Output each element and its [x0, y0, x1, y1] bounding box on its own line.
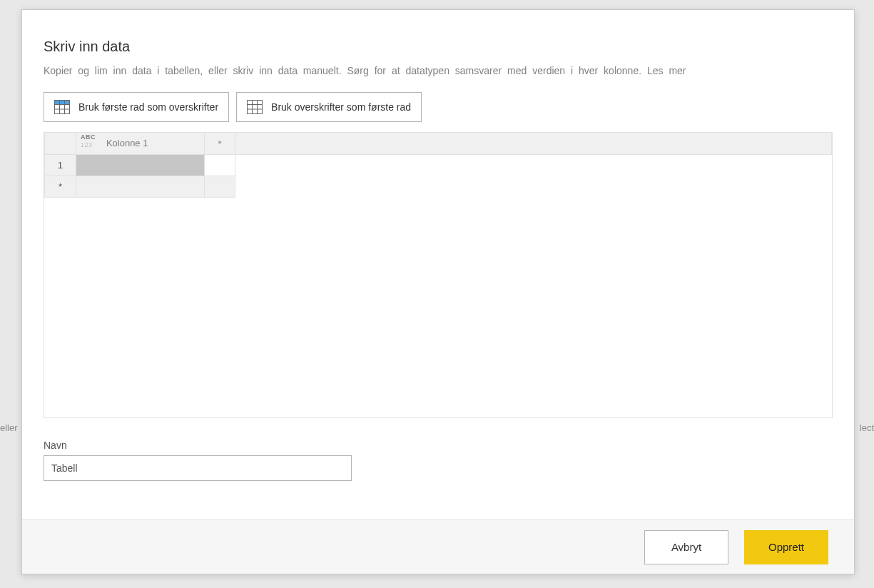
add-row-marker[interactable]: * — [45, 176, 76, 198]
add-column-button[interactable]: * — [204, 133, 235, 155]
table-icon — [247, 100, 263, 114]
type-abc-label: ABC — [81, 133, 96, 141]
name-label: Navn — [44, 440, 833, 451]
table-name-input[interactable] — [44, 455, 352, 481]
button-label: Bruk overskrifter som første rad — [271, 101, 411, 113]
svg-rect-1 — [55, 101, 70, 105]
description-text: Kopier og lim inn data i tabellen, eller… — [44, 65, 647, 76]
dialog-description: Kopier og lim inn data i tabellen, eller… — [44, 65, 833, 76]
name-section: Navn — [44, 440, 833, 481]
learn-more-link[interactable]: Les mer — [647, 65, 686, 76]
backdrop-fragment-left: eller — [0, 422, 18, 433]
data-cell[interactable] — [76, 155, 204, 176]
enter-data-dialog: Skriv inn data Kopier og lim inn data i … — [21, 9, 855, 574]
dialog-title: Skriv inn data — [44, 39, 833, 55]
create-button[interactable]: Opprett — [744, 530, 828, 564]
row-filler — [235, 155, 832, 176]
table-row: 1 — [45, 155, 832, 176]
header-filler — [235, 133, 832, 155]
add-row-cell[interactable] — [204, 176, 235, 198]
add-row-cell[interactable] — [76, 176, 204, 198]
dialog-footer: Avbryt Opprett — [22, 519, 854, 574]
svg-rect-5 — [248, 101, 263, 114]
use-first-row-as-headers-button[interactable]: Bruk første rad som overskrifter — [44, 92, 229, 122]
cancel-button[interactable]: Avbryt — [644, 530, 728, 564]
table-header-top-icon — [54, 100, 70, 114]
corner-cell — [45, 133, 76, 155]
data-cell-empty[interactable] — [204, 155, 235, 176]
column-header-1[interactable]: ABC 123 Kolonne 1 — [76, 133, 204, 155]
type-123-label: 123 — [81, 141, 93, 148]
row-filler — [235, 176, 832, 198]
row-number[interactable]: 1 — [45, 155, 76, 176]
column-name: Kolonne 1 — [106, 133, 148, 154]
add-row[interactable]: * — [45, 176, 832, 198]
data-grid[interactable]: ABC 123 Kolonne 1 * 1 * — [44, 132, 833, 418]
backdrop-fragment-right: lect — [860, 422, 874, 433]
button-label: Bruk første rad som overskrifter — [78, 101, 218, 113]
use-headers-as-first-row-button[interactable]: Bruk overskrifter som første rad — [236, 92, 422, 122]
toolbar: Bruk første rad som overskrifter Bruk ov… — [44, 92, 833, 122]
cell-input[interactable] — [76, 155, 204, 176]
